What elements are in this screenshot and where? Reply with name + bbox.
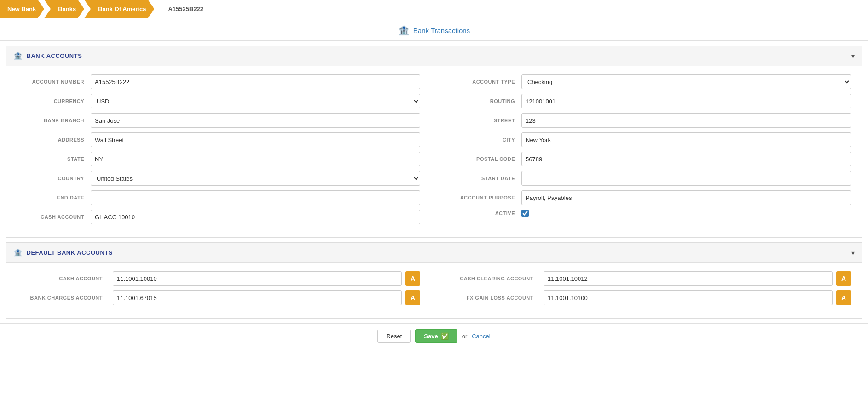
start-date-label: START DATE	[448, 176, 521, 181]
or-text: or	[462, 333, 468, 340]
bank-accounts-left-column: ACCOUNT NUMBER CURRENCY USD EUR GBP BANK…	[17, 74, 420, 229]
breadcrumb-account-number: A15525B222	[154, 0, 212, 18]
bank-accounts-section: 🏦 BANK ACCOUNTS ▾ ACCOUNT NUMBER CURRENC…	[6, 46, 862, 238]
active-row: ACTIVE	[448, 210, 851, 217]
address-row: ADDRESS	[17, 132, 420, 147]
account-purpose-label: ACCOUNT PURPOSE	[448, 195, 521, 200]
bank-accounts-title: BANK ACCOUNTS	[27, 52, 82, 59]
postal-code-input[interactable]	[521, 152, 851, 166]
city-row: CITY	[448, 132, 851, 147]
footer-bar: Reset Save ✅ or Cancel	[0, 323, 868, 348]
breadcrumb: New Bank Banks Bank Of America A15525B22…	[0, 0, 868, 18]
cash-account-label: CASH ACCOUNT	[17, 214, 91, 220]
account-type-select[interactable]: Checking Savings	[521, 74, 851, 89]
default-bank-accounts-header[interactable]: 🏦 DEFAULT BANK ACCOUNTS ▾	[6, 243, 862, 262]
routing-label: ROUTING	[448, 98, 521, 104]
end-date-row: END DATE	[17, 190, 420, 205]
page-title-bar: 🏦 Bank Transactions	[0, 18, 868, 41]
default-bank-accounts-title: DEFAULT BANK ACCOUNTS	[27, 249, 113, 256]
fx-gain-label: FX GAIN LOSS ACCOUNT	[448, 295, 540, 301]
cancel-button[interactable]: Cancel	[472, 333, 490, 340]
bank-accounts-chevron: ▾	[851, 52, 855, 60]
country-select[interactable]: United States Canada Mexico	[91, 171, 420, 186]
end-date-input[interactable]	[91, 190, 420, 205]
address-label: ADDRESS	[17, 137, 91, 142]
cash-account-input[interactable]	[91, 210, 420, 224]
start-date-row: START DATE	[448, 171, 851, 186]
bank-charges-row: BANK CHARGES ACCOUNT A	[17, 290, 420, 305]
cash-clearing-label: CASH CLEARING ACCOUNT	[448, 276, 540, 281]
routing-row: ROUTING	[448, 94, 851, 108]
default-bank-accounts-section: 🏦 DEFAULT BANK ACCOUNTS ▾ CASH ACCOUNT A…	[6, 242, 862, 319]
save-button[interactable]: Save ✅	[415, 329, 457, 343]
bank-charges-btn[interactable]: A	[405, 290, 420, 305]
street-input[interactable]	[521, 113, 851, 128]
default-cash-account-btn[interactable]: A	[405, 271, 420, 286]
cash-clearing-btn[interactable]: A	[836, 271, 851, 286]
account-purpose-row: ACCOUNT PURPOSE	[448, 190, 851, 205]
account-number-row: ACCOUNT NUMBER	[17, 74, 420, 89]
state-input[interactable]	[91, 152, 420, 166]
bank-accounts-section-header[interactable]: 🏦 BANK ACCOUNTS ▾	[6, 46, 862, 66]
default-left-column: CASH ACCOUNT A BANK CHARGES ACCOUNT A	[17, 271, 420, 310]
state-row: STATE	[17, 152, 420, 166]
default-cash-account-input[interactable]	[113, 271, 402, 286]
fx-gain-row: FX GAIN LOSS ACCOUNT A	[448, 290, 851, 305]
account-number-input[interactable]	[91, 74, 420, 89]
default-bank-accounts-form-body: CASH ACCOUNT A BANK CHARGES ACCOUNT A CA…	[6, 262, 862, 318]
default-cash-account-row: CASH ACCOUNT A	[17, 271, 420, 286]
fx-gain-btn[interactable]: A	[836, 290, 851, 305]
default-cash-account-label: CASH ACCOUNT	[17, 276, 109, 281]
cash-clearing-input[interactable]	[544, 271, 833, 286]
reset-button[interactable]: Reset	[377, 330, 411, 343]
address-input[interactable]	[91, 132, 420, 147]
default-right-column: CASH CLEARING ACCOUNT A FX GAIN LOSS ACC…	[448, 271, 851, 310]
account-type-row: ACCOUNT TYPE Checking Savings	[448, 74, 851, 89]
default-bank-accounts-icon: 🏦	[13, 248, 23, 257]
account-number-label: ACCOUNT NUMBER	[17, 79, 91, 85]
start-date-input[interactable]	[521, 171, 851, 186]
active-checkbox[interactable]	[521, 210, 529, 217]
bank-charges-label: BANK CHARGES ACCOUNT	[17, 295, 109, 301]
bank-branch-input[interactable]	[91, 113, 420, 128]
breadcrumb-banks[interactable]: Banks	[44, 0, 84, 18]
account-type-label: ACCOUNT TYPE	[448, 79, 521, 85]
bank-transactions-icon: 🏦	[398, 25, 410, 36]
country-row: COUNTRY United States Canada Mexico	[17, 171, 420, 186]
breadcrumb-new-bank[interactable]: New Bank	[0, 0, 44, 18]
country-label: COUNTRY	[17, 176, 91, 181]
fx-gain-input[interactable]	[544, 290, 833, 305]
cash-clearing-row: CASH CLEARING ACCOUNT A	[448, 271, 851, 286]
currency-select[interactable]: USD EUR GBP	[91, 94, 420, 108]
bank-accounts-form-body: ACCOUNT NUMBER CURRENCY USD EUR GBP BANK…	[6, 66, 862, 237]
state-label: STATE	[17, 156, 91, 162]
breadcrumb-bank-of-america[interactable]: Bank Of America	[84, 0, 154, 18]
account-purpose-input[interactable]	[521, 190, 851, 205]
cash-account-row: CASH ACCOUNT	[17, 210, 420, 224]
bank-charges-input[interactable]	[113, 290, 402, 305]
street-row: STREET	[448, 113, 851, 128]
bank-accounts-icon: 🏦	[13, 51, 23, 60]
city-input[interactable]	[521, 132, 851, 147]
postal-code-label: POSTAL CODE	[448, 156, 521, 162]
bank-branch-label: BANK BRANCH	[17, 118, 91, 123]
end-date-label: END DATE	[17, 195, 91, 200]
city-label: CITY	[448, 137, 521, 142]
page-title[interactable]: Bank Transactions	[413, 27, 470, 34]
currency-label: CURRENCY	[17, 98, 91, 104]
active-label: ACTIVE	[448, 211, 521, 216]
postal-code-row: POSTAL CODE	[448, 152, 851, 166]
street-label: STREET	[448, 118, 521, 123]
bank-branch-row: BANK BRANCH	[17, 113, 420, 128]
routing-input[interactable]	[521, 94, 851, 108]
save-check-icon: ✅	[441, 332, 449, 340]
default-bank-accounts-chevron: ▾	[851, 249, 855, 256]
currency-row: CURRENCY USD EUR GBP	[17, 94, 420, 108]
bank-accounts-right-column: ACCOUNT TYPE Checking Savings ROUTING ST…	[448, 74, 851, 229]
